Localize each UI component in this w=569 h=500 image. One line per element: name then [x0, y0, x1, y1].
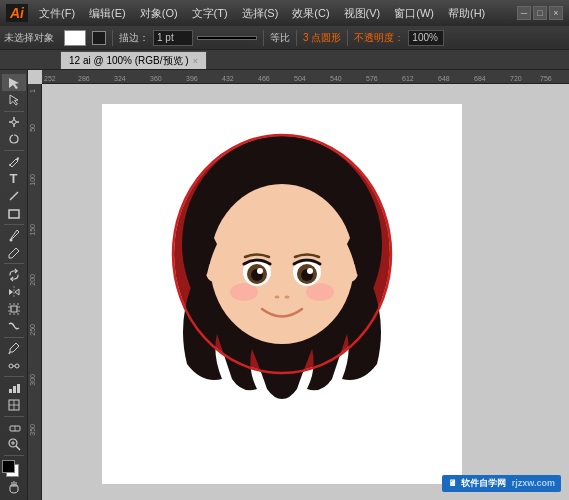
separator2: [263, 30, 264, 46]
lasso-tool-button[interactable]: [2, 131, 26, 148]
svg-rect-15: [13, 386, 16, 393]
paintbrush-tool-button[interactable]: [2, 227, 26, 244]
artboard: [102, 104, 462, 484]
svg-rect-14: [9, 389, 12, 393]
type-tool-button[interactable]: T: [2, 170, 26, 187]
direct-selection-tool-button[interactable]: [2, 91, 26, 108]
maximize-button[interactable]: □: [533, 6, 547, 20]
menu-select[interactable]: 选择(S): [239, 5, 282, 22]
opacity-input[interactable]: [408, 30, 444, 46]
opacity-label: 不透明度：: [354, 31, 404, 45]
vertical-ruler: 1 50 100 150 200 250 300 350: [28, 84, 42, 500]
line-tool-button[interactable]: [2, 187, 26, 204]
svg-point-39: [257, 268, 263, 274]
tool-separator6: [4, 376, 24, 377]
separator4: [347, 30, 348, 46]
foreground-color-swatch[interactable]: [2, 460, 15, 473]
character-illustration: [162, 124, 402, 404]
minimize-button[interactable]: ─: [517, 6, 531, 20]
app-logo: Ai: [6, 4, 28, 22]
rotate-tool-button[interactable]: [2, 266, 26, 283]
svg-line-10: [9, 352, 10, 354]
hand-tool-button[interactable]: [2, 479, 26, 496]
canvas-area[interactable]: 252 286 324 360 396 432 466 504 540 576 …: [28, 70, 569, 500]
zoom-tool-button[interactable]: [2, 436, 26, 453]
svg-line-23: [16, 446, 20, 450]
menu-type[interactable]: 文字(T): [189, 5, 231, 22]
stroke-label: 描边：: [119, 31, 149, 45]
svg-point-32: [306, 283, 334, 301]
slice-tool-button[interactable]: [2, 396, 26, 413]
svg-point-4: [12, 120, 16, 124]
menu-window[interactable]: 窗口(W): [391, 5, 437, 22]
watermark-url: rjzxw.com: [512, 478, 555, 488]
tool-separator8: [4, 455, 24, 456]
tool-separator: [4, 111, 24, 112]
magic-wand-tool-button[interactable]: [2, 113, 26, 130]
rect-tool-button[interactable]: [2, 205, 26, 222]
menu-object[interactable]: 对象(O): [137, 5, 181, 22]
blend-tool-button[interactable]: [2, 357, 26, 374]
tool-separator3: [4, 224, 24, 225]
tab-bar: 12 ai @ 100% (RGB/预览 ) ×: [0, 50, 569, 70]
menu-bar: 文件(F) 编辑(E) 对象(O) 文字(T) 选择(S) 效果(C) 视图(V…: [36, 5, 517, 22]
stroke-color-swatch[interactable]: [92, 31, 106, 45]
svg-point-28: [210, 184, 354, 344]
svg-point-11: [9, 364, 13, 368]
scale-tool-button[interactable]: [2, 301, 26, 318]
watermark-icon: 🖥: [448, 478, 457, 488]
left-toolbar: T: [0, 70, 28, 500]
warp-tool-button[interactable]: [2, 318, 26, 335]
menu-file[interactable]: 文件(F): [36, 5, 78, 22]
color-swatches: [2, 460, 26, 479]
watermark-site-label: 软件自学网: [461, 478, 506, 488]
main-layout: T: [0, 70, 569, 500]
svg-point-42: [285, 296, 290, 299]
fill-color-swatch[interactable]: [64, 30, 86, 46]
no-selection-label: 未选择对象: [4, 31, 54, 45]
close-button[interactable]: ×: [549, 6, 563, 20]
menu-effect[interactable]: 效果(C): [289, 5, 332, 22]
svg-rect-7: [9, 210, 19, 218]
options-bar: 未选择对象 描边： 等比 3 点圆形 不透明度：: [0, 26, 569, 50]
pen-tool-button[interactable]: [2, 153, 26, 170]
svg-point-31: [230, 283, 258, 301]
tab-close-button[interactable]: ×: [193, 56, 198, 66]
svg-point-40: [307, 268, 313, 274]
tool-separator5: [4, 337, 24, 338]
tab-label: 12 ai @ 100% (RGB/预览 ): [69, 54, 189, 68]
view-label: 等比: [270, 31, 290, 45]
document-tab[interactable]: 12 ai @ 100% (RGB/预览 ) ×: [60, 51, 207, 69]
stroke-weight-input[interactable]: [153, 30, 193, 46]
eyedropper-tool-button[interactable]: [2, 340, 26, 357]
shape-label: 3 点圆形: [303, 31, 341, 45]
window-controls: ─ □ ×: [517, 6, 563, 20]
svg-point-8: [9, 239, 12, 242]
reflect-tool-button[interactable]: [2, 283, 26, 300]
title-bar: Ai 文件(F) 编辑(E) 对象(O) 文字(T) 选择(S) 效果(C) 视…: [0, 0, 569, 26]
selection-tool-button[interactable]: [2, 74, 26, 91]
menu-help[interactable]: 帮助(H): [445, 5, 488, 22]
pencil-tool-button[interactable]: [2, 244, 26, 261]
svg-point-41: [275, 296, 280, 299]
svg-point-5: [9, 164, 11, 166]
column-graph-tool-button[interactable]: [2, 379, 26, 396]
svg-rect-16: [17, 384, 20, 393]
tool-separator4: [4, 263, 24, 264]
tool-separator7: [4, 416, 24, 417]
canvas-content: [42, 84, 569, 500]
tool-separator2: [4, 150, 24, 151]
menu-edit[interactable]: 编辑(E): [86, 5, 129, 22]
menu-view[interactable]: 视图(V): [341, 5, 384, 22]
separator3: [296, 30, 297, 46]
eraser-tool-button[interactable]: [2, 419, 26, 436]
svg-line-6: [10, 192, 18, 200]
separator: [112, 30, 113, 46]
stroke-style-preview[interactable]: [197, 36, 257, 40]
watermark-badge: 🖥 软件自学网 rjzxw.com: [442, 475, 561, 492]
horizontal-ruler: 252 286 324 360 396 432 466 504 540 576 …: [42, 70, 569, 84]
svg-point-12: [15, 364, 19, 368]
